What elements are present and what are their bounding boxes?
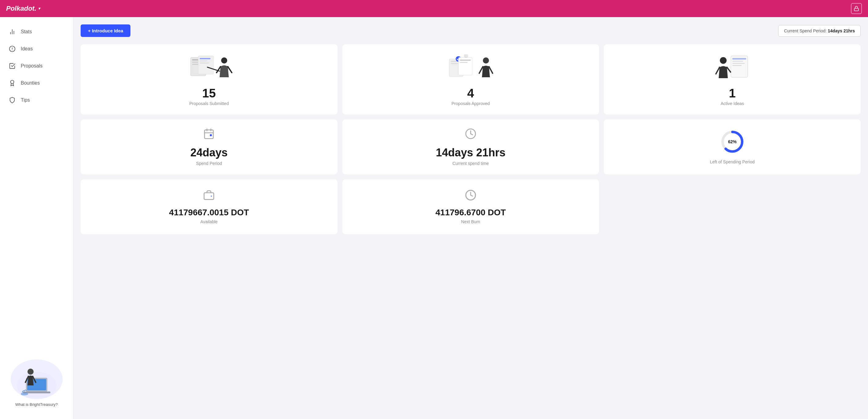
sidebar-tips-label: Tips [21,97,30,103]
sidebar-ideas-label: Ideas [21,46,33,52]
sidebar-item-stats[interactable]: Stats [0,23,73,40]
tips-icon [8,97,16,104]
stats-grid: 15 Proposals Submitted [81,44,861,234]
active-ideas-svg [705,54,760,82]
spend-period-prefix: Current Spend Period: [784,28,828,33]
app-body: Stats Ideas Proposals [0,17,868,419]
proposals-icon [8,62,16,70]
sidebar-illustration [11,359,63,399]
stat-next-burn: 411796.6700 DOT Next Burn [342,179,599,234]
svg-rect-25 [451,63,459,64]
stat-active-ideas: 1 Active Ideas [604,44,861,115]
active-ideas-label: Active Ideas [721,101,744,106]
svg-rect-46 [204,193,214,199]
current-spend-time-label: Current spend time [452,161,489,166]
svg-point-37 [720,57,726,64]
sidebar-item-proposals[interactable]: Proposals [0,57,73,74]
logo-text: Polkadot. [6,5,36,12]
top-bar: + Introduce Idea Current Spend Period: 1… [81,25,861,37]
idea-icon [8,45,16,53]
sidebar-item-bounties[interactable]: Bounties [0,74,73,92]
available-number: 41179667.0015 DOT [169,208,249,218]
lock-icon [854,6,859,11]
sidebar-proposals-label: Proposals [21,63,42,69]
svg-point-12 [28,368,34,375]
illustration-svg [14,361,60,398]
svg-rect-21 [200,63,209,64]
spend-period-number: 24days [190,146,227,159]
svg-point-13 [21,392,28,395]
spend-period-label: Spend Period [196,161,222,166]
proposals-approved-illustration [350,53,592,84]
active-ideas-number: 1 [729,87,736,99]
svg-rect-28 [460,60,471,61]
svg-point-47 [211,196,212,197]
svg-rect-34 [733,61,743,62]
proposals-submitted-svg [181,54,237,82]
app-header: Polkadot. ▾ [0,0,868,17]
calendar-icon [203,128,215,142]
sidebar-item-tips[interactable]: Tips [0,92,73,109]
spend-period-badge: Current Spend Period: 14days 21hrs [778,25,861,37]
svg-rect-33 [733,58,746,60]
proposals-submitted-label: Proposals Submitted [189,101,229,106]
donut-chart: 62% [720,129,745,154]
clock-icon [465,128,476,142]
proposals-approved-number: 4 [467,87,474,99]
sidebar-bottom: What is BrightTreasury? [0,353,73,413]
sidebar-bounties-label: Bounties [21,80,40,86]
sidebar-item-ideas[interactable]: Ideas [0,40,73,57]
active-ideas-illustration [611,53,853,84]
proposals-approved-label: Proposals Approved [452,101,490,106]
spend-period-value: 14days 21hrs [828,28,855,33]
donut-percent-label: 62% [728,139,737,144]
lock-button[interactable] [851,3,862,14]
svg-rect-0 [854,8,859,11]
sidebar: Stats Ideas Proposals [0,17,73,419]
next-burn-number: 411796.6700 DOT [436,208,506,218]
stat-spending-period-left: 62% Left of Spending Period [604,120,861,174]
stat-available: 41179667.0015 DOT Available [81,179,338,234]
main-content: + Introduce Idea Current Spend Period: 1… [73,17,868,419]
svg-rect-29 [460,62,468,63]
sidebar-bottom-label[interactable]: What is BrightTreasury? [15,402,58,407]
proposals-submitted-number: 15 [202,87,216,99]
svg-rect-38 [205,130,214,139]
stats-icon [8,28,16,35]
stat-current-spend-time: 14days 21hrs Current spend time [342,120,599,174]
stat-proposals-submitted: 15 Proposals Submitted [81,44,338,115]
fire-clock-icon [465,189,476,203]
wallet-icon [203,189,215,203]
svg-rect-36 [733,65,742,66]
svg-rect-35 [733,63,745,64]
sidebar-stats-label: Stats [21,29,32,34]
stat-proposals-approved: 4 Proposals Approved [342,44,599,115]
current-spend-time-number: 14days 21hrs [436,146,505,159]
available-label: Available [200,219,218,224]
proposals-submitted-illustration [88,53,330,84]
stat-spend-period: 24days Spend Period [81,120,338,174]
bounties-icon [8,79,16,87]
svg-point-22 [221,57,227,64]
introduce-idea-button[interactable]: + Introduce Idea [81,25,130,37]
svg-rect-19 [200,58,211,59]
logo[interactable]: Polkadot. ▾ [6,5,40,12]
svg-rect-20 [200,61,207,61]
logo-chevron-icon[interactable]: ▾ [38,6,40,11]
proposals-approved-svg [443,54,498,82]
svg-point-31 [483,57,489,64]
next-burn-label: Next Burn [461,219,480,224]
spending-period-left-label: Left of Spending Period [710,159,754,164]
svg-rect-42 [210,134,212,136]
